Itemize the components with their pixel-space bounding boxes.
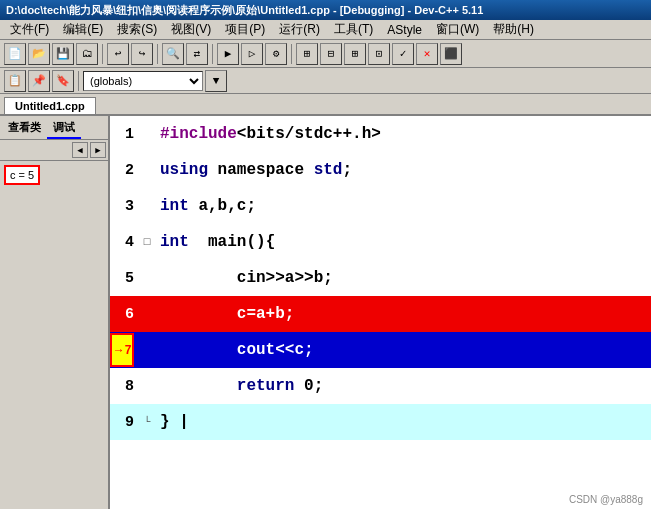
sep4 [291, 44, 292, 64]
toolbar1: 📄 📂 💾 🗂 ↩ ↪ 🔍 ⇄ ▶ ▷ ⚙ ⊞ ⊟ ⊞ ⊡ ✓ ✕ ⬛ [0, 40, 651, 68]
line-content-7[interactable]: cout<<c; [154, 341, 651, 359]
menu-view[interactable]: 视图(V) [165, 19, 217, 40]
tab-bar: Untitled1.cpp [0, 94, 651, 116]
redo-button[interactable]: ↪ [131, 43, 153, 65]
code-line-1: 1 #include<bits/stdc++.h> [110, 116, 651, 152]
debug-button[interactable]: ⚙ [265, 43, 287, 65]
code-line-7: →7 cout<<c; [110, 332, 651, 368]
run-button[interactable]: ▷ [241, 43, 263, 65]
line-content-3[interactable]: int a,b,c; [154, 197, 651, 215]
fold-1[interactable] [140, 128, 154, 140]
menu-run[interactable]: 运行(R) [273, 19, 326, 40]
line-num-3: 3 [110, 198, 140, 215]
stop-button[interactable]: ✕ [416, 43, 438, 65]
line-num-6: 6 [110, 306, 140, 323]
extra-button[interactable]: ⬛ [440, 43, 462, 65]
arrow-marker: →7 [110, 333, 134, 367]
line-content-1[interactable]: #include<bits/stdc++.h> [154, 125, 651, 143]
tab-untitled1[interactable]: Untitled1.cpp [4, 97, 96, 114]
grid-button[interactable]: ⊞ [344, 43, 366, 65]
code-editor[interactable]: 1 #include<bits/stdc++.h> 2 using namesp… [110, 116, 651, 509]
tab-debug[interactable]: 调试 [47, 118, 81, 139]
line-num-4: 4 [110, 234, 140, 251]
dedent-button[interactable]: ⊟ [320, 43, 342, 65]
code-line-9: 9 └ } | [110, 404, 651, 440]
fold-9[interactable]: └ [140, 416, 154, 428]
menu-tools[interactable]: 工具(T) [328, 19, 379, 40]
left-panel: 查看类 调试 ◀ ▶ c = 5 [0, 116, 110, 509]
code-line-2: 2 using namespace std; [110, 152, 651, 188]
new-button[interactable]: 📄 [4, 43, 26, 65]
tb2-btn2[interactable]: 📌 [28, 70, 50, 92]
line-content-8[interactable]: return 0; [154, 377, 651, 395]
menu-astyle[interactable]: AStyle [381, 21, 428, 39]
undo-button[interactable]: ↩ [107, 43, 129, 65]
code-line-3: 3 int a,b,c; [110, 188, 651, 224]
watch-area: c = 5 [0, 161, 108, 509]
code-line-5: 5 cin>>a>>b; [110, 260, 651, 296]
save-button[interactable]: 💾 [52, 43, 74, 65]
line-content-4[interactable]: int main(){ [154, 233, 651, 251]
code-line-6: 6 c=a+b; [110, 296, 651, 332]
replace-button[interactable]: ⇄ [186, 43, 208, 65]
open-button[interactable]: 📂 [28, 43, 50, 65]
check-button[interactable]: ✓ [392, 43, 414, 65]
tab-class-view[interactable]: 查看类 [2, 118, 47, 139]
sep5 [78, 71, 79, 91]
sep2 [157, 44, 158, 64]
left-tabs: 查看类 调试 [0, 116, 108, 140]
line-num-7: →7 [110, 333, 140, 367]
scope-select[interactable]: (globals) [83, 71, 203, 91]
fold-5[interactable] [140, 272, 154, 284]
fold-3[interactable] [140, 200, 154, 212]
compile-button[interactable]: ▶ [217, 43, 239, 65]
watermark: CSDN @ya888g [569, 494, 643, 505]
code-line-4: 4 □ int main(){ [110, 224, 651, 260]
line-num-8: 8 [110, 378, 140, 395]
fold-2[interactable] [140, 164, 154, 176]
toolbar2: 📋 📌 🔖 (globals) ▼ [0, 68, 651, 94]
window-title: D:\doc\tech\能力风暴\纽扣\信奥\阅读程序示例\原始\Untitle… [6, 3, 483, 18]
menu-help[interactable]: 帮助(H) [487, 19, 540, 40]
menu-project[interactable]: 项目(P) [219, 19, 271, 40]
tb2-btn3[interactable]: 🔖 [52, 70, 74, 92]
title-bar: D:\doc\tech\能力风暴\纽扣\信奥\阅读程序示例\原始\Untitle… [0, 0, 651, 20]
menu-window[interactable]: 窗口(W) [430, 19, 485, 40]
fold-7[interactable] [140, 344, 154, 356]
menu-file[interactable]: 文件(F) [4, 19, 55, 40]
menu-search[interactable]: 搜索(S) [111, 19, 163, 40]
fold-8[interactable] [140, 380, 154, 392]
line-num-9: 9 [110, 414, 140, 431]
menu-edit[interactable]: 编辑(E) [57, 19, 109, 40]
nav-prev[interactable]: ◀ [72, 142, 88, 158]
line-num-2: 2 [110, 162, 140, 179]
tb2-btn1[interactable]: 📋 [4, 70, 26, 92]
main-area: 查看类 调试 ◀ ▶ c = 5 1 #include<bits/stdc++.… [0, 116, 651, 509]
line-num-1: 1 [110, 126, 140, 143]
grid2-button[interactable]: ⊡ [368, 43, 390, 65]
line-content-2[interactable]: using namespace std; [154, 161, 651, 179]
fold-6[interactable] [140, 308, 154, 320]
nav-next[interactable]: ▶ [90, 142, 106, 158]
sep3 [212, 44, 213, 64]
save-all-button[interactable]: 🗂 [76, 43, 98, 65]
watch-c: c = 5 [4, 165, 40, 185]
menu-bar: 文件(F) 编辑(E) 搜索(S) 视图(V) 项目(P) 运行(R) 工具(T… [0, 20, 651, 40]
dropdown-btn[interactable]: ▼ [205, 70, 227, 92]
find-button[interactable]: 🔍 [162, 43, 184, 65]
line-content-9[interactable]: } | [154, 413, 651, 431]
fold-4[interactable]: □ [140, 236, 154, 248]
line-content-6[interactable]: c=a+b; [154, 305, 651, 323]
sep1 [102, 44, 103, 64]
code-line-8: 8 return 0; [110, 368, 651, 404]
line-num-5: 5 [110, 270, 140, 287]
indent-button[interactable]: ⊞ [296, 43, 318, 65]
line-content-5[interactable]: cin>>a>>b; [154, 269, 651, 287]
left-nav: ◀ ▶ [0, 140, 108, 161]
